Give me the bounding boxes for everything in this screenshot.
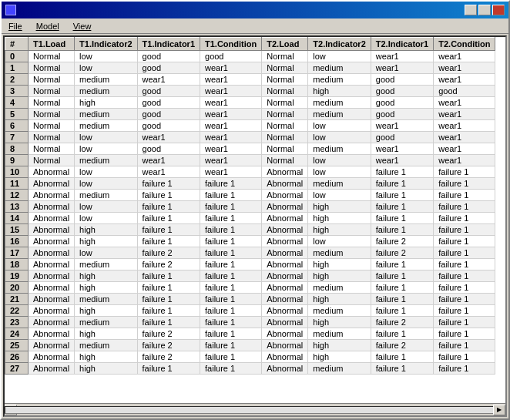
table-cell: failure 2 [371,317,433,328]
table-cell: high [308,317,371,328]
table-cell: Abnormal [29,178,75,190]
table-cell: low [308,120,371,132]
table-container[interactable]: #T1.LoadT1.Indicator2T1.Indicator1T1.Con… [5,37,505,403]
table-cell: low [75,178,137,190]
table-cell: wear1 [371,51,433,62]
table-cell: failure 1 [137,178,200,190]
row-index: 15 [5,224,29,236]
row-index: 1 [5,62,29,74]
table-cell: Abnormal [262,294,308,305]
table-cell: Abnormal [262,317,308,328]
col-header-t2-indicator1: T2.Indicator1 [371,38,433,51]
table-cell: Abnormal [29,201,75,213]
table-cell: high [308,259,371,270]
table-cell: medium [308,363,371,375]
table-row: 7Normallowwear1wear1Normallowgoodwear1 [5,132,495,143]
table-cell: medium [308,109,371,120]
table-cell: wear1 [137,132,200,143]
table-cell: failure 1 [371,328,433,340]
table-cell: Abnormal [262,236,308,247]
table-cell: medium [308,62,371,74]
row-index: 7 [5,132,29,143]
table-cell: wear1 [137,74,200,86]
table-row: 14Abnormallowfailure 1failure 1Abnormalh… [5,213,495,224]
menu-view[interactable]: View [70,21,95,32]
table-cell: high [308,213,371,224]
table-cell: Normal [29,74,75,86]
table-row: 10Abnormallowwear1wear1Abnormallowfailur… [5,166,495,178]
table-cell: Normal [262,62,308,74]
table-row: 22Abnormalhighfailure 1failure 1Abnormal… [5,305,495,317]
table-row: 0NormallowgoodgoodNormallowwear1wear1 [5,51,495,62]
table-row: 3Normalmediumgoodwear1Normalhighgoodgood [5,86,495,97]
table-cell: wear1 [200,166,262,178]
table-cell: good [434,86,495,97]
table-cell: high [75,224,137,236]
table-cell: failure 2 [137,351,200,363]
table-cell: high [308,351,371,363]
row-index: 6 [5,120,29,132]
table-cell: high [75,351,137,363]
table-cell: wear1 [200,97,262,109]
table-cell: medium [308,143,371,155]
table-cell: high [75,282,137,294]
table-row: 19Abnormalhighfailure 1failure 1Abnormal… [5,270,495,282]
table-cell: medium [75,155,137,166]
minimize-button[interactable] [465,5,477,15]
table-cell: Abnormal [29,351,75,363]
table-cell: Normal [29,109,75,120]
table-cell: wear1 [200,74,262,86]
table-cell: medium [75,317,137,328]
table-cell: failure 1 [137,317,200,328]
menu-file[interactable]: File [5,21,25,32]
table-cell: failure 1 [137,224,200,236]
table-cell: good [371,109,433,120]
table-cell: failure 1 [434,259,495,270]
menu-model[interactable]: Model [33,21,62,32]
table-cell: failure 1 [371,178,433,190]
table-cell: high [75,97,137,109]
table-cell: Abnormal [262,259,308,270]
table-cell: failure 1 [434,282,495,294]
row-index: 14 [5,213,29,224]
row-index: 24 [5,328,29,340]
maximize-button[interactable] [478,5,491,15]
table-row: 13Abnormallowfailure 1failure 1Abnormalh… [5,201,495,213]
table-cell: Normal [29,120,75,132]
table-cell: Abnormal [262,224,308,236]
horizontal-scrollbar[interactable]: ◀ ▶ [5,403,505,415]
table-cell: failure 1 [371,282,433,294]
row-index: 18 [5,259,29,270]
col-header-t2-indicator2: T2.Indicator2 [308,38,371,51]
table-cell: good [137,97,200,109]
table-cell: wear1 [434,109,495,120]
col-header-t1-condition: T1.Condition [200,38,262,51]
table-cell: Normal [29,62,75,74]
table-cell: failure 1 [200,282,262,294]
main-window: File Model View #T1.LoadT1.Indicator2T1.… [0,0,510,420]
table-cell: Abnormal [29,247,75,259]
menu-bar: File Model View [2,18,508,34]
row-index: 5 [5,109,29,120]
table-cell: failure 1 [371,363,433,375]
table-cell: good [371,86,433,97]
scrollbar-track[interactable] [5,406,505,414]
table-cell: Abnormal [262,328,308,340]
table-cell: high [75,305,137,317]
table-cell: failure 1 [434,166,495,178]
table-row: 18Abnormalmediumfailure 2failure 1Abnorm… [5,259,495,270]
table-cell: good [137,120,200,132]
row-index: 4 [5,97,29,109]
table-cell: wear1 [434,97,495,109]
table-cell: high [75,328,137,340]
table-cell: medium [75,120,137,132]
table-cell: wear1 [137,166,200,178]
table-cell: failure 1 [371,166,433,178]
close-button[interactable] [492,5,505,15]
scroll-right-button[interactable]: ▶ [493,405,505,415]
table-cell: failure 1 [434,213,495,224]
table-cell: wear1 [434,143,495,155]
table-row: 1Normallowgoodwear1Normalmediumwear1wear… [5,62,495,74]
col-header-t2-condition: T2.Condition [434,38,495,51]
table-cell: failure 1 [200,317,262,328]
